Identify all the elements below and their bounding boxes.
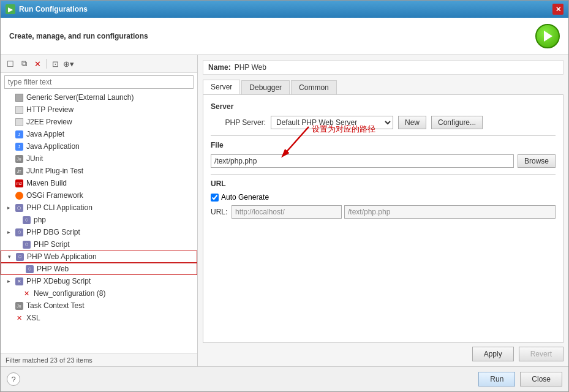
list-item[interactable]: m2 Maven Build (1, 177, 197, 189)
file-row: Browse 设置为对应的路径 (211, 154, 556, 168)
list-item[interactable]: ▸ ⬡ PHP CLI Application (1, 202, 197, 214)
list-item-label: JUnit Plug-in Test (26, 167, 83, 175)
php-xdebug-icon: ✕ (14, 276, 24, 286)
list-item[interactable]: ⬡ PHP Web (1, 263, 197, 275)
list-item[interactable]: J Java Application (1, 140, 197, 153)
revert-button[interactable]: Revert (519, 347, 563, 361)
list-item[interactable]: ▾ ⬡ PHP Web Application (1, 251, 197, 263)
list-item[interactable]: J2EE Preview (1, 116, 197, 128)
list-item[interactable]: ✕ New_configuration (8) (1, 287, 197, 300)
delete-button[interactable]: ✕ (31, 58, 43, 70)
right-panel: Name: PHP Web Server Debugger Common Ser… (198, 55, 568, 366)
generic-server-icon (14, 92, 24, 102)
window-title: Run Configurations (19, 5, 549, 13)
http-preview-icon (14, 105, 24, 115)
php-cli-group-icon: ⬡ (14, 203, 24, 213)
run-triangle-icon (544, 31, 552, 42)
list-item-label: Task Context Test (26, 301, 85, 310)
tab-server[interactable]: Server (203, 80, 240, 94)
title-bar: ▶ Run Configurations ✕ (1, 1, 568, 18)
php-child-icon: ⬡ (21, 215, 31, 225)
list-item[interactable]: Generic Server(External Launch) (1, 91, 197, 104)
apply-revert-row: Apply Revert (203, 343, 563, 361)
list-item-label: PHP Script (34, 240, 69, 249)
php-web-app-icon: ⬡ (15, 252, 24, 262)
window-icon: ▶ (6, 4, 15, 14)
list-item[interactable]: ✕ XSL (1, 312, 197, 324)
list-item[interactable]: OSGi Framework (1, 189, 197, 202)
auto-generate-row: Auto Generate (211, 193, 556, 202)
maven-icon: m2 (14, 178, 24, 188)
php-server-label: PHP Server: (211, 118, 266, 127)
list-item[interactable]: ▸ ⬡ PHP DBG Script (1, 226, 197, 238)
help-button[interactable]: ? (7, 372, 20, 386)
php-server-select-wrap: Default PHP Web Server (271, 116, 393, 129)
tree-wrap: Generic Server(External Launch) HTTP Pre… (1, 91, 197, 353)
auto-generate-checkbox[interactable] (211, 194, 219, 202)
tree-arrow: ▸ (6, 278, 12, 284)
junit-icon: Ju (14, 154, 24, 164)
php-dbg-icon: ⬡ (14, 227, 24, 237)
close-button[interactable]: Close (520, 372, 562, 386)
tab-debugger[interactable]: Debugger (241, 80, 290, 94)
main-content: ☐ ⧉ ✕ ⊡ ⊕▾ Generic Server(External Launc… (1, 55, 568, 366)
list-item[interactable]: ▸ ✕ PHP XDebug Script (1, 275, 197, 287)
name-value: PHP Web (235, 63, 266, 72)
list-item[interactable]: Ju Task Context Test (1, 300, 197, 312)
tab-bar: Server Debugger Common (203, 80, 563, 94)
php-server-select[interactable]: Default PHP Web Server (271, 116, 393, 129)
left-toolbar: ☐ ⧉ ✕ ⊡ ⊕▾ (1, 55, 197, 73)
list-item-label: JUnit (26, 154, 43, 163)
tree-arrow: ▸ (6, 229, 12, 235)
filter-button[interactable]: ⊡ (49, 58, 61, 70)
filter-input[interactable] (4, 75, 194, 89)
auto-generate-label: Auto Generate (221, 193, 269, 202)
new-server-button[interactable]: New (398, 116, 426, 129)
list-item[interactable]: J Java Applet (1, 128, 197, 140)
tree-arrow: ▾ (6, 254, 12, 260)
list-item-label: Java Applet (26, 130, 64, 138)
bottom-bar: ? Run Close (1, 366, 568, 391)
name-row: Name: PHP Web (203, 60, 563, 75)
java-applet-icon: J (14, 129, 24, 139)
url-row: URL: (211, 205, 556, 219)
url-section: URL Auto Generate URL: (211, 179, 556, 219)
header-text: Create, manage, and run configurations (9, 32, 148, 40)
configure-server-button[interactable]: Configure... (431, 116, 483, 129)
name-label: Name: (208, 63, 231, 72)
file-input[interactable] (211, 154, 514, 168)
j2ee-icon (14, 117, 24, 127)
osgi-icon (14, 190, 24, 200)
browse-button[interactable]: Browse (518, 154, 556, 168)
expand-button[interactable]: ⊕▾ (62, 58, 75, 70)
tree-arrow: ▸ (6, 205, 12, 211)
left-panel: ☐ ⧉ ✕ ⊡ ⊕▾ Generic Server(External Launc… (1, 55, 198, 366)
run-button[interactable]: Run (478, 372, 515, 386)
run-header-button[interactable] (535, 24, 560, 48)
url-path-input[interactable] (344, 205, 556, 219)
task-context-icon: Ju (14, 301, 24, 311)
tab-common[interactable]: Common (291, 80, 337, 94)
junit-plugin-icon: Jт (14, 166, 24, 176)
configuration-tree[interactable]: Generic Server(External Launch) HTTP Pre… (1, 91, 197, 353)
list-item[interactable]: ⬡ php (1, 214, 197, 226)
list-item[interactable]: ⬡ PHP Script (1, 238, 197, 251)
java-app-icon: J (14, 141, 24, 151)
apply-button[interactable]: Apply (472, 347, 514, 361)
divider (211, 135, 556, 136)
list-item[interactable]: Ju JUnit (1, 153, 197, 165)
list-item-label: PHP CLI Application (26, 203, 92, 212)
duplicate-button[interactable]: ⧉ (18, 58, 30, 70)
php-script-icon: ⬡ (21, 239, 31, 249)
close-window-button[interactable]: ✕ (552, 4, 563, 15)
server-section-title: Server (211, 102, 556, 111)
bottom-left: ? (7, 372, 20, 386)
run-configurations-window: ▶ Run Configurations ✕ Create, manage, a… (0, 0, 569, 392)
url-base-input[interactable] (232, 205, 342, 219)
list-item-label: php (34, 216, 46, 224)
xsl-icon: ✕ (14, 313, 24, 323)
tab-content-server: Server PHP Server: Default PHP Web Serve… (203, 94, 563, 343)
list-item[interactable]: Jт JUnit Plug-in Test (1, 165, 197, 177)
list-item[interactable]: HTTP Preview (1, 104, 197, 116)
new-config-button[interactable]: ☐ (4, 58, 17, 70)
